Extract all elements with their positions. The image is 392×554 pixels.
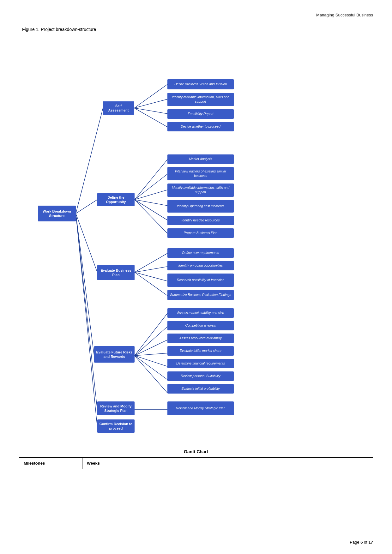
node-do5: Identify needed resources bbox=[167, 216, 234, 225]
node-rm1: Review and Modify Strategic Plan bbox=[167, 401, 234, 415]
node-sa3: Feasibility Report bbox=[167, 109, 234, 119]
node-sa1: Define Business Vision and Mission bbox=[167, 79, 234, 89]
node-do6: Prepare Business Plan bbox=[167, 228, 234, 238]
node-do3: Identify available information, skills a… bbox=[167, 184, 234, 197]
svg-line-18 bbox=[135, 272, 167, 281]
node-eb2: Identify on-going opportunities bbox=[167, 261, 234, 270]
page-footer: Page 6 of 17 bbox=[350, 540, 373, 545]
node-er5: Determine financial requirements bbox=[167, 359, 234, 368]
svg-line-12 bbox=[135, 190, 167, 200]
node-review-modify: Review and Modify Strategic Plan bbox=[97, 401, 135, 415]
node-evaluate-risks: Evaluate Future Risks and Rewards bbox=[94, 346, 135, 363]
svg-line-3 bbox=[76, 214, 94, 356]
svg-line-21 bbox=[135, 327, 167, 356]
page-header: Managing Successful Business bbox=[19, 13, 373, 17]
gantt-table: Gantt Chart Milestones Weeks bbox=[19, 446, 373, 469]
total-pages: 17 bbox=[369, 540, 373, 545]
node-root: Work BreakdownStructure bbox=[38, 206, 76, 221]
diagram-container: Work BreakdownStructure SelfAssessment D… bbox=[19, 38, 373, 433]
node-sa2: Identify available information, skills a… bbox=[167, 93, 234, 106]
node-sa4: Decide whether to proceed bbox=[167, 122, 234, 131]
footer-text: Page bbox=[350, 540, 360, 545]
node-do2: Interview owners of existing similar bus… bbox=[167, 167, 234, 180]
gantt-header-row: Gantt Chart bbox=[19, 446, 373, 458]
document-title: Managing Successful Business bbox=[316, 13, 373, 17]
svg-line-11 bbox=[135, 174, 167, 200]
svg-line-6 bbox=[134, 84, 167, 108]
node-evaluate-business: Evaluate Business Plan bbox=[97, 265, 135, 280]
gantt-subheader-row: Milestones Weeks bbox=[19, 458, 373, 469]
svg-line-5 bbox=[76, 214, 97, 427]
node-do4: Identify Operating cost elements bbox=[167, 200, 234, 213]
node-er6: Review personal Suitability bbox=[167, 371, 234, 381]
node-er7: Evaluate initial profitability bbox=[167, 384, 234, 394]
svg-line-10 bbox=[135, 160, 167, 200]
node-confirm-decision: Confirm Decision to proceed bbox=[97, 419, 135, 433]
svg-line-19 bbox=[135, 272, 167, 296]
figure-title: Figure 1. Project breakdown-structure bbox=[22, 27, 373, 32]
gantt-title: Gantt Chart bbox=[19, 446, 373, 458]
node-er3: Assess resources availability bbox=[167, 334, 234, 343]
node-er2: Competition analysis bbox=[167, 321, 234, 330]
node-self-assessment: SelfAssessment bbox=[103, 101, 134, 115]
node-eb3: Research possibility of franchise bbox=[167, 274, 234, 287]
node-define-opportunity: Define the Opportunity bbox=[97, 193, 135, 206]
svg-line-7 bbox=[134, 99, 167, 108]
node-eb1: Define new requirements bbox=[167, 248, 234, 258]
gantt-col1-header: Milestones bbox=[19, 458, 82, 469]
svg-line-20 bbox=[135, 313, 167, 356]
node-er1: Assess market stability and size bbox=[167, 308, 234, 318]
gantt-col2-header: Weeks bbox=[82, 458, 373, 469]
node-eb4: Summarize Business Evaluation Findings bbox=[167, 290, 234, 300]
node-do1: Market Analysis bbox=[167, 154, 234, 164]
node-er4: Evaluate initial market share bbox=[167, 346, 234, 356]
svg-line-25 bbox=[135, 356, 167, 380]
footer-separator: of bbox=[363, 540, 368, 545]
